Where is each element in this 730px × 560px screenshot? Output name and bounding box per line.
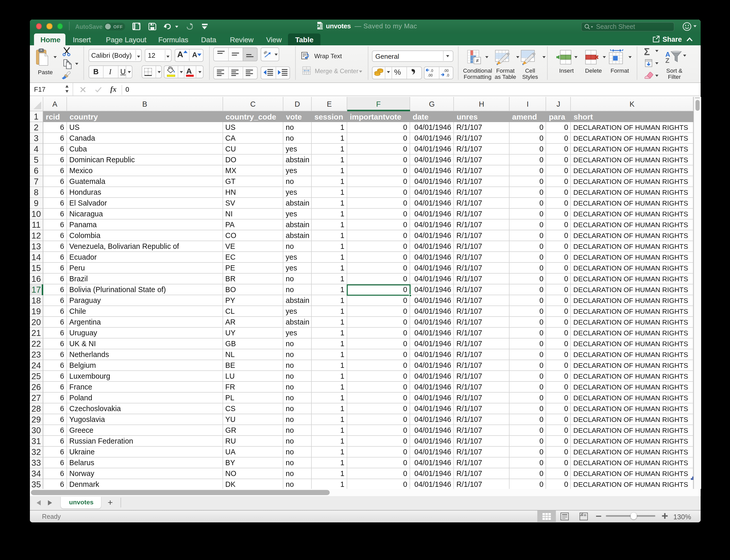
- svg-text:.0: .0: [430, 69, 433, 73]
- svg-text:ab: ab: [262, 50, 268, 55]
- svg-text:≠: ≠: [476, 58, 479, 63]
- svg-text:X: X: [317, 24, 319, 27]
- svg-text:.00: .00: [428, 73, 433, 77]
